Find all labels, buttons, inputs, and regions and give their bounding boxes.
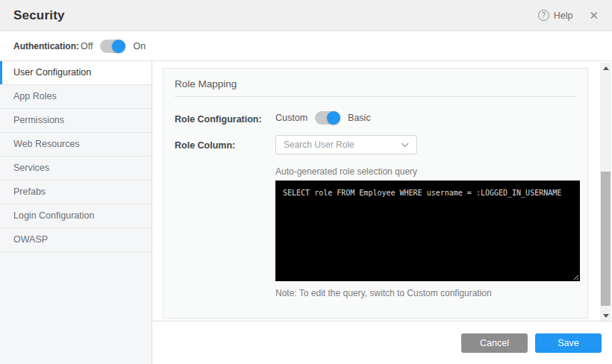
sidebar-item-app-roles[interactable]: App Roles [0,85,152,109]
sidebar: User Configuration App Roles Permissions… [0,61,152,364]
arrow-up-icon [603,66,609,70]
query-editor: SELECT role FROM Employee WHERE username… [275,181,580,281]
sidebar-item-web-resources[interactable]: Web Resources [0,133,152,157]
sidebar-item-permissions[interactable]: Permissions [0,109,152,133]
save-button[interactable]: Save [535,333,602,353]
cancel-button[interactable]: Cancel [461,333,528,353]
auth-on-label: On [133,41,146,51]
role-column-select[interactable]: Search User Role [275,135,417,154]
sidebar-item-label: Web Resources [13,139,80,149]
sidebar-item-user-configuration[interactable]: User Configuration [0,61,152,85]
query-label: Auto-generated role selection query [275,166,417,177]
header-actions: ? Help ✕ [538,10,599,21]
role-mapping-panel: Role Mapping Role Configuration: Custom … [163,68,588,318]
sidebar-item-login-configuration[interactable]: Login Configuration [0,204,152,228]
basic-option-label: Basic [348,113,371,123]
role-configuration-toggle[interactable] [315,111,340,125]
sidebar-item-label: Permissions [13,115,64,125]
help-button[interactable]: ? Help [538,10,573,21]
custom-option-label: Custom [275,113,307,123]
scrollbar-thumb[interactable] [601,172,611,306]
help-label: Help [554,10,573,21]
main-content: Role Mapping Role Configuration: Custom … [152,61,612,364]
sidebar-item-label: Services [13,163,49,173]
sidebar-item-prefabs[interactable]: Prefabs [0,181,152,204]
toggle-knob [327,111,340,125]
query-textarea[interactable]: SELECT role FROM Employee WHERE username… [275,181,580,281]
vertical-scrollbar[interactable] [600,63,611,321]
sidebar-item-services[interactable]: Services [0,157,152,181]
close-icon[interactable]: ✕ [589,10,599,21]
sidebar-item-label: User Configuration [13,67,91,78]
authentication-toggle[interactable] [100,40,125,53]
authentication-label: Authentication: [13,41,81,51]
query-note: Note: To edit the query, switch to Custo… [275,288,492,298]
arrow-down-icon [603,314,609,318]
role-configuration-field: Custom Basic [275,108,371,128]
page-title: Security [13,8,65,23]
toggle-knob [112,40,125,53]
dialog-body: User Configuration App Roles Permissions… [0,61,612,364]
authentication-row: Authentication: Off On [0,31,612,61]
select-placeholder: Search User Role [284,139,355,150]
divider [175,96,576,97]
dialog-header: Security ? Help ✕ [0,0,612,31]
role-configuration-label: Role Configuration: [175,114,262,125]
role-column-label: Role Column: [175,140,235,151]
chevron-down-icon [401,142,409,148]
scroll-up-button[interactable] [600,63,611,73]
scroll-down-button[interactable] [600,310,611,321]
auth-off-label: Off [81,41,93,51]
sidebar-item-label: Prefabs [13,186,46,197]
sidebar-item-label: Login Configuration [13,210,94,221]
sidebar-item-label: OWASP [13,234,48,245]
footer-actions: Cancel Save [152,321,612,364]
sidebar-item-label: App Roles [13,91,57,101]
sidebar-item-owasp[interactable]: OWASP [0,228,152,252]
panel-title: Role Mapping [175,78,237,90]
active-indicator [0,61,2,84]
help-icon: ? [538,10,549,21]
